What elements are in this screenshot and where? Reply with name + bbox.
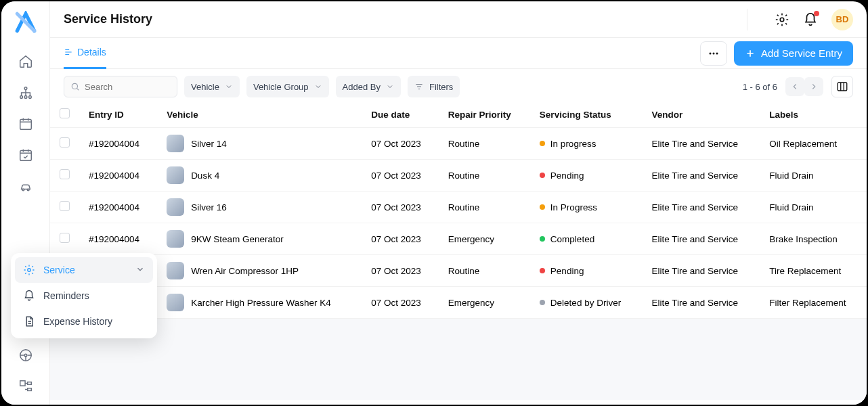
status-dot xyxy=(540,300,545,305)
table-row[interactable]: #192004004 Karcher High Pressure Washer … xyxy=(50,287,867,319)
gear-icon xyxy=(23,264,35,276)
tab-label: Details xyxy=(77,47,106,58)
cell-vehicle: Silver 14 xyxy=(191,139,227,149)
svg-rect-5 xyxy=(20,151,31,161)
cell-status: Pending xyxy=(550,266,584,276)
prev-page-button[interactable] xyxy=(785,77,804,96)
svg-point-17 xyxy=(72,83,77,89)
svg-point-14 xyxy=(709,52,711,54)
cell-due-date: 07 Oct 2023 xyxy=(362,255,438,287)
notifications-icon[interactable] xyxy=(803,12,818,27)
svg-rect-12 xyxy=(27,388,31,391)
popup-item-service[interactable]: Service xyxy=(15,257,153,283)
status-dot xyxy=(540,141,545,146)
cell-due-date: 07 Oct 2023 xyxy=(362,128,438,160)
filters-button[interactable]: Filters xyxy=(408,76,460,97)
chevron-down-icon xyxy=(135,265,145,276)
filter-label: Added By xyxy=(343,82,381,92)
popup-label: Reminders xyxy=(43,290,89,301)
filter-vehicle[interactable]: Vehicle xyxy=(184,76,240,97)
search-icon xyxy=(70,82,80,91)
notification-dot xyxy=(814,11,819,16)
cell-vehicle: Dusk 4 xyxy=(191,171,219,181)
svg-point-1 xyxy=(20,96,22,99)
layout-icon[interactable] xyxy=(18,379,33,394)
cell-status: Completed xyxy=(550,234,594,244)
vehicle-thumbnail xyxy=(167,198,184,216)
filter-vehicle-group[interactable]: Vehicle Group xyxy=(246,76,329,97)
org-icon[interactable] xyxy=(18,85,33,100)
svg-rect-10 xyxy=(20,381,24,386)
svg-rect-18 xyxy=(838,83,847,91)
add-button-label: Add Service Entry xyxy=(761,47,842,59)
popup-label: Service xyxy=(43,265,75,275)
tab-details[interactable]: Details xyxy=(64,38,106,69)
col-vendor: Vendor xyxy=(642,102,760,128)
calendar-icon[interactable] xyxy=(18,116,33,131)
vehicle-icon[interactable] xyxy=(18,179,33,194)
more-button[interactable] xyxy=(700,41,727,66)
popup-item-expense[interactable]: Expense History xyxy=(15,309,153,334)
vehicle-thumbnail xyxy=(167,166,184,184)
cell-vendor: Elite Tire and Service xyxy=(642,287,760,319)
settings-icon[interactable] xyxy=(775,12,789,27)
cell-priority: Routine xyxy=(439,160,530,191)
table-row[interactable]: #192004004 Dusk 4 07 Oct 2023 Routine Pe… xyxy=(50,160,867,191)
service-table: Entry ID Vehicle Due date Repair Priorit… xyxy=(50,102,867,319)
steering-icon[interactable] xyxy=(18,348,33,363)
chevron-down-icon xyxy=(314,83,322,91)
select-all-checkbox[interactable] xyxy=(60,108,70,118)
column-toggle-button[interactable] xyxy=(831,76,853,97)
cell-label: Filter Replacement xyxy=(760,287,867,319)
vehicle-thumbnail xyxy=(167,262,184,279)
row-checkbox[interactable] xyxy=(60,201,70,211)
cell-priority: Routine xyxy=(439,128,530,160)
cell-status: In Progress xyxy=(550,202,597,212)
next-page-button[interactable] xyxy=(804,77,823,96)
cell-priority: Emergency xyxy=(439,223,530,255)
sidebar-popup: Service Reminders Expense History xyxy=(11,253,157,338)
svg-point-9 xyxy=(24,354,27,357)
app-logo[interactable] xyxy=(14,11,37,34)
home-icon[interactable] xyxy=(18,54,33,69)
col-due-date: Due date xyxy=(362,102,438,128)
cell-status: In progress xyxy=(550,139,596,149)
page-title: Service History xyxy=(64,12,152,26)
cell-due-date: 07 Oct 2023 xyxy=(362,191,438,223)
row-checkbox[interactable] xyxy=(60,233,70,243)
user-avatar[interactable]: BD xyxy=(831,9,853,30)
table-row[interactable]: #192004004 9KW Steam Generator 07 Oct 20… xyxy=(50,223,867,255)
filter-icon xyxy=(414,82,424,91)
cell-label: Tire Replacement xyxy=(760,255,867,287)
popup-item-reminders[interactable]: Reminders xyxy=(15,283,153,309)
document-icon xyxy=(23,315,35,328)
cell-due-date: 07 Oct 2023 xyxy=(362,287,438,319)
cell-status: Pending xyxy=(550,171,584,181)
svg-point-7 xyxy=(27,189,29,191)
col-labels: Labels xyxy=(760,102,867,128)
row-checkbox[interactable] xyxy=(60,169,70,179)
svg-point-19 xyxy=(28,269,31,272)
cell-vendor: Elite Tire and Service xyxy=(642,255,760,287)
chevron-down-icon xyxy=(386,83,394,91)
svg-point-16 xyxy=(716,52,718,54)
vehicle-thumbnail xyxy=(167,294,184,311)
table-row[interactable]: #192004004 Silver 16 07 Oct 2023 Routine… xyxy=(50,191,867,223)
svg-rect-11 xyxy=(27,382,31,385)
cell-vendor: Elite Tire and Service xyxy=(642,223,760,255)
status-dot xyxy=(540,236,545,242)
row-checkbox[interactable] xyxy=(60,137,70,148)
svg-point-2 xyxy=(24,96,27,99)
table-row[interactable]: #192004004 Wren Air Compressor 1HP 07 Oc… xyxy=(50,255,867,287)
cell-priority: Routine xyxy=(439,191,530,223)
table-row[interactable]: #192004004 Silver 14 07 Oct 2023 Routine… xyxy=(50,128,867,160)
search-input[interactable] xyxy=(64,76,177,97)
add-service-entry-button[interactable]: Add Service Entry xyxy=(734,41,853,66)
svg-point-3 xyxy=(28,96,31,99)
filter-added-by[interactable]: Added By xyxy=(336,76,401,97)
cell-due-date: 07 Oct 2023 xyxy=(362,223,438,255)
status-dot xyxy=(540,268,545,273)
calendar-check-icon[interactable] xyxy=(18,148,33,162)
filter-label: Filters xyxy=(429,82,453,92)
popup-label: Expense History xyxy=(43,316,112,327)
